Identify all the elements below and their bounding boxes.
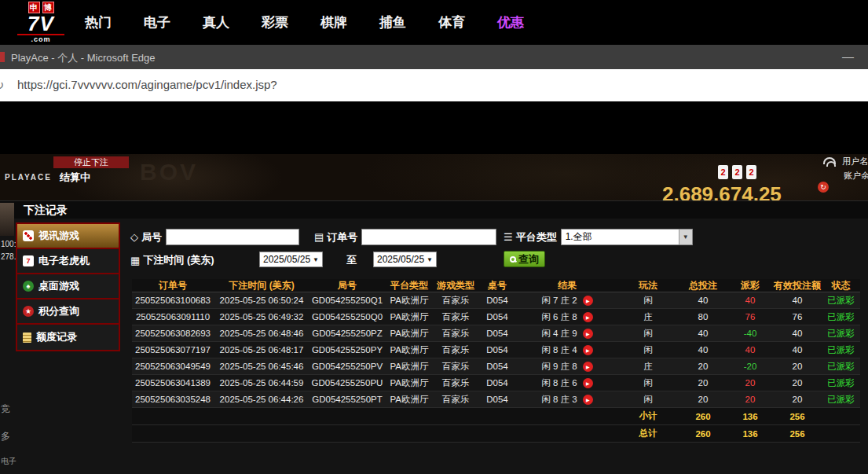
cell-status: 已派彩 xyxy=(822,361,860,373)
nav-item-lottery[interactable]: 彩票 xyxy=(262,13,288,31)
card-group: 2 2 2 xyxy=(718,165,756,179)
replay-icon[interactable]: ▶ xyxy=(583,312,593,322)
date-from-select[interactable]: 2025/05/25 ▼ xyxy=(259,252,323,267)
cell-result: 闲 6 庄 8▶ xyxy=(517,311,617,323)
sidebar-item-points-query[interactable]: ★ 积分查询 xyxy=(17,299,119,325)
round-input[interactable] xyxy=(166,229,299,245)
sidebar-item-label: 视讯游戏 xyxy=(38,229,79,243)
table-totals-row: 总计260136256 xyxy=(132,425,860,443)
cell-round-id: GD054255250PV xyxy=(309,362,385,371)
date-to-select[interactable]: 2025/05/25 ▼ xyxy=(373,252,437,267)
sidebar-item-table-games[interactable]: ♠ 桌面游戏 xyxy=(17,274,119,299)
left-edge-fragment: 多 xyxy=(1,430,10,443)
cell-payout: 76 xyxy=(727,312,773,322)
playace-logo: PLAYACE xyxy=(5,173,52,182)
cell-payout: 20 xyxy=(727,395,773,404)
replay-icon[interactable]: ▶ xyxy=(583,329,593,339)
chevron-down-icon: ▼ xyxy=(427,256,433,263)
logo-domain: .com xyxy=(17,34,64,43)
cell-valid-bet: 20 xyxy=(773,378,822,388)
settling-label: 结算中 xyxy=(60,171,90,185)
page-black-gap xyxy=(0,101,868,154)
cell-valid-bet: 76 xyxy=(773,312,822,322)
replay-icon[interactable]: ▶ xyxy=(583,378,593,388)
star-badge-icon: ★ xyxy=(23,306,34,317)
cell-status: 已派彩 xyxy=(822,328,860,340)
cell-table-no: D054 xyxy=(478,312,517,322)
cell-play-type: 总计 xyxy=(617,428,679,439)
cell-result: 闲 8 庄 3▶ xyxy=(517,394,617,406)
cell-total-bet: 40 xyxy=(679,345,727,355)
balance-amount: 2,689,674.25 xyxy=(662,182,782,200)
url-text[interactable]: https://gci.7vvvvvv.com/agingame/pcv1/in… xyxy=(17,78,277,91)
nav-item-cards[interactable]: 棋牌 xyxy=(320,13,347,31)
nav-item-live[interactable]: 真人 xyxy=(203,13,229,31)
cell-play-type: 小计 xyxy=(617,410,679,422)
platform-select[interactable]: 1.全部 ▼ xyxy=(561,229,693,245)
card-value: 2 xyxy=(718,165,728,179)
date-to-value: 2025/05/25 xyxy=(377,254,424,265)
cell-payout: 20 xyxy=(727,378,773,388)
cell-bet-time: 2025-05-25 06:50:24 xyxy=(214,296,309,305)
cell-table-no: D054 xyxy=(478,378,517,388)
replay-icon[interactable]: ▶ xyxy=(583,362,593,372)
rebet-icon[interactable]: ↻ xyxy=(818,182,829,193)
sidebar-item-quota-records[interactable]: 额度记录 xyxy=(17,325,119,350)
background-text: BOV xyxy=(140,159,198,186)
cell-round-id: GD054255250PY xyxy=(309,345,385,355)
site-logo[interactable]: 申 博 7V .com xyxy=(17,2,64,43)
order-filter: ▤ 订单号 xyxy=(314,229,496,245)
cell-payout: 40 xyxy=(727,296,773,305)
round-label: 局号 xyxy=(141,230,162,244)
round-filter: ◇ 局号 xyxy=(130,229,299,245)
cell-platform: PA欧洲厅 xyxy=(385,361,434,373)
col-header-platform: 平台类型 xyxy=(385,279,434,292)
cell-game-type: 百家乐 xyxy=(434,328,478,340)
col-header-total-bet: 总投注 xyxy=(679,279,727,292)
cell-result: 闲 4 庄 9▶ xyxy=(517,328,617,340)
cell-game-type: 百家乐 xyxy=(434,361,478,373)
cell-result: 闲 8 庄 6▶ xyxy=(517,377,617,389)
nav-item-fishing[interactable]: 捕鱼 xyxy=(379,13,406,31)
address-bar[interactable]: ↻ https://gci.7vvvvvv.com/agingame/pcv1/… xyxy=(0,69,868,101)
sidebar-item-video-games[interactable]: 视讯游戏 xyxy=(17,224,119,249)
nav-item-slots[interactable]: 电子 xyxy=(144,13,170,31)
query-button[interactable]: 查询 xyxy=(504,251,545,267)
replay-icon[interactable]: ▶ xyxy=(583,296,593,306)
nav-item-promo[interactable]: 优惠 xyxy=(497,13,524,31)
cell-order-id: 250525063100683 xyxy=(132,296,214,305)
left-edge-fragment: 100: xyxy=(1,240,16,248)
cell-total-bet: 40 xyxy=(679,296,727,305)
to-label: 至 xyxy=(346,253,357,267)
cell-status: 已派彩 xyxy=(822,377,860,389)
cell-status: 已派彩 xyxy=(822,311,860,323)
clipboard-icon: ▤ xyxy=(314,231,324,243)
cell-round-id: GD054255250PU xyxy=(309,378,385,388)
cell-bet-time: 2025-05-25 06:48:17 xyxy=(214,345,309,355)
sidebar-item-slot-machines[interactable]: 7 电子老虎机 xyxy=(17,249,119,274)
sidebar-item-label: 额度记录 xyxy=(36,330,77,344)
cell-game-type: 百家乐 xyxy=(434,311,478,323)
cell-play-type: 闲 xyxy=(617,344,679,356)
cell-round-id: GD054255250Q1 xyxy=(309,296,385,305)
cell-total-bet: 20 xyxy=(679,378,727,388)
cell-valid-bet: 40 xyxy=(773,345,822,355)
minimize-button[interactable]: — xyxy=(842,50,854,63)
refresh-icon[interactable]: ↻ xyxy=(0,78,4,93)
replay-icon[interactable]: ▶ xyxy=(583,395,593,405)
nav-item-hot[interactable]: 热门 xyxy=(85,13,112,31)
cell-platform: PA欧洲厅 xyxy=(385,311,434,323)
bet-table: 订单号下注时间 (美东)局号平台类型游戏类型桌号结果玩法总投注派彩有效投注额状态… xyxy=(132,279,860,443)
account-balance-label: 账户余额 xyxy=(844,170,868,182)
promo-topbar: 申 博 7V .com 热门 电子 真人 彩票 棋牌 捕鱼 体育 优惠 xyxy=(0,0,868,45)
table-row: 2505250630413892025-05-25 06:44:59GD0542… xyxy=(132,375,860,391)
cell-order-id: 250525063049549 xyxy=(132,362,214,371)
order-input[interactable] xyxy=(361,229,496,245)
cell-total-bet: 80 xyxy=(679,312,727,322)
col-header-status: 状态 xyxy=(822,279,860,292)
cell-result: 闲 9 庄 8▶ xyxy=(517,361,617,373)
cell-order-id: 250525063035248 xyxy=(132,395,214,404)
replay-icon[interactable]: ▶ xyxy=(583,345,593,355)
cell-total-bet: 20 xyxy=(679,362,727,371)
nav-item-sports[interactable]: 体育 xyxy=(438,13,465,31)
